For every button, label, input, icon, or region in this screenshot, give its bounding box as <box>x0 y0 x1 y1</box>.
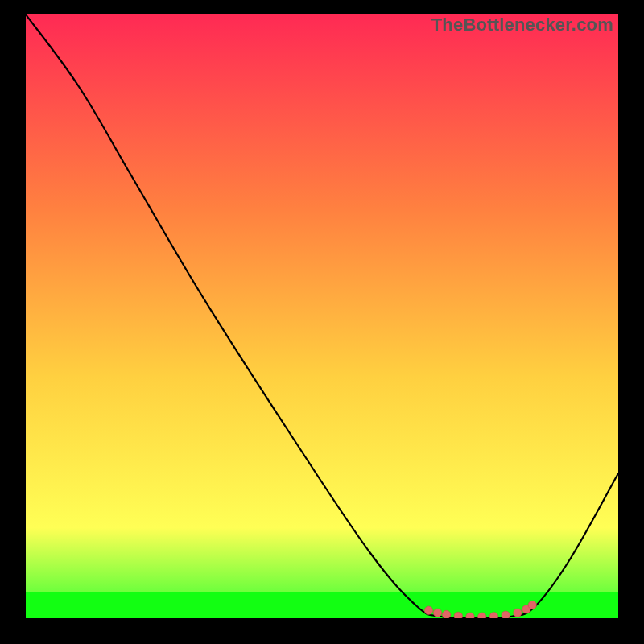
svg-point-5 <box>454 612 462 618</box>
svg-point-12 <box>528 601 536 609</box>
svg-point-3 <box>433 609 441 617</box>
svg-point-2 <box>424 606 432 614</box>
chart-frame: TheBottlenecker.com <box>26 14 618 618</box>
svg-point-9 <box>502 611 510 618</box>
bottleneck-chart <box>26 14 618 618</box>
svg-point-4 <box>442 610 450 618</box>
svg-point-8 <box>489 613 497 618</box>
svg-point-10 <box>514 609 522 617</box>
watermark-text: TheBottlenecker.com <box>431 14 613 35</box>
svg-rect-0 <box>26 14 618 618</box>
